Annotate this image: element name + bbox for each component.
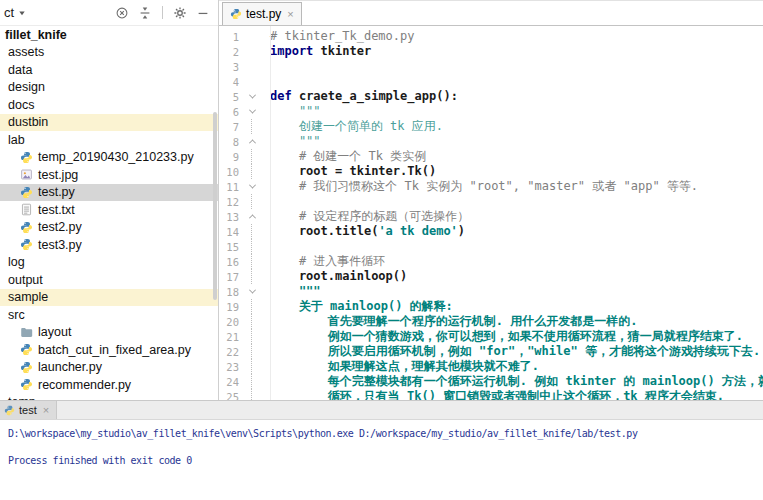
tree-item-temp[interactable]: temp	[0, 394, 218, 401]
code-text: 首先要理解一个程序的运行机制. 用什么开发都是一样的.	[259, 314, 637, 329]
line-number: 4	[219, 76, 245, 88]
tree-item-assets[interactable]: assets	[0, 44, 218, 62]
code-line-19: 19 关于 mainloop() 的解释:	[219, 299, 763, 314]
project-view-selector[interactable]: ct	[4, 5, 26, 20]
tree-item-label: test2.py	[38, 220, 82, 234]
line-number: 23	[219, 361, 245, 373]
tree-item-label: layout	[38, 325, 71, 339]
fold-column	[245, 329, 259, 344]
fold-down-icon[interactable]	[245, 284, 259, 299]
tree-item-design[interactable]: design	[0, 79, 218, 97]
tree-item-label: log	[8, 255, 25, 269]
code-line-1: 1# tkinter_Tk_demo.py	[219, 29, 763, 44]
tree-item-data[interactable]: data	[0, 61, 218, 79]
code-text: root = tkinter.Tk()	[259, 164, 436, 179]
code-text: 创建一个简单的 tk 应用.	[259, 119, 443, 134]
fold-up-icon[interactable]	[245, 134, 259, 149]
line-number: 15	[219, 241, 245, 253]
editor-tab-test-py[interactable]: test.py ×	[222, 2, 302, 25]
fold-down-icon[interactable]	[245, 89, 259, 104]
tree-item-log[interactable]: log	[0, 254, 218, 272]
tree-item-test2.py[interactable]: test2.py	[0, 219, 218, 237]
code-text: 关于 mainloop() 的解释:	[259, 299, 453, 314]
python-file-icon	[230, 8, 242, 20]
line-number: 25	[219, 391, 245, 401]
code-line-10: 10 root = tkinter.Tk()	[219, 164, 763, 179]
code-line-14: 14 root.title('a tk demo')	[219, 224, 763, 239]
tree-scrollbar[interactable]	[213, 112, 217, 300]
tree-item-docs[interactable]: docs	[0, 96, 218, 114]
code-line-16: 16 # 进入事件循环	[219, 254, 763, 269]
close-console-tab-icon[interactable]: ×	[43, 405, 49, 416]
project-toolbar	[113, 4, 212, 22]
fold-column	[245, 299, 259, 314]
line-number: 5	[219, 91, 245, 103]
code-line-23: 23 如果理解这点，理解其他模块就不难了.	[219, 359, 763, 374]
tree-item-label: test.py	[38, 185, 75, 199]
tree-item-test.py[interactable]: test.py	[0, 184, 218, 202]
fold-column	[245, 254, 259, 269]
tree-item-test.jpg[interactable]: test.jpg	[0, 166, 218, 184]
tree-item-dustbin[interactable]: dustbin	[0, 114, 218, 132]
tree-item-batch_cut_in_fixed_area.py[interactable]: batch_cut_in_fixed_area.py	[0, 341, 218, 359]
tree-item-lab[interactable]: lab	[0, 131, 218, 149]
code-line-12: 12	[219, 194, 763, 209]
tree-item-layout[interactable]: layout	[0, 324, 218, 342]
code-line-4: 4	[219, 74, 763, 89]
code-line-7: 7 创建一个简单的 tk 应用.	[219, 119, 763, 134]
tree-item-label: src	[8, 308, 25, 322]
console-line	[8, 441, 763, 455]
tree-item-sample[interactable]: sample	[0, 289, 218, 307]
python-file-icon	[20, 361, 33, 374]
folder-file-icon	[20, 326, 33, 339]
code-line-6: 6 """	[219, 104, 763, 119]
line-number: 24	[219, 376, 245, 388]
fold-up-icon[interactable]	[245, 209, 259, 224]
tree-item-label: test3.py	[38, 238, 82, 252]
close-tab-icon[interactable]: ×	[287, 9, 293, 20]
fold-column	[245, 389, 259, 400]
fold-column	[245, 119, 259, 134]
tree-item-recommender.py[interactable]: recommender.py	[0, 376, 218, 394]
code-line-20: 20 首先要理解一个程序的运行机制. 用什么开发都是一样的.	[219, 314, 763, 329]
code-line-22: 22 所以要启用循环机制，例如 "for"，"while" 等，才能将这个游戏持…	[219, 344, 763, 359]
project-view-label: ct	[4, 5, 14, 20]
hide-panel-icon[interactable]	[194, 4, 212, 22]
tree-item-label: batch_cut_in_fixed_area.py	[38, 343, 191, 357]
line-number: 7	[219, 121, 245, 133]
tree-item-test3.py[interactable]: test3.py	[0, 236, 218, 254]
tree-item-launcher.py[interactable]: launcher.py	[0, 359, 218, 377]
line-number: 22	[219, 346, 245, 358]
console-output[interactable]: D:\workspace\my_studio\av_fillet_knife\v…	[0, 420, 763, 468]
python-file-icon	[20, 343, 33, 356]
python-file-icon	[20, 151, 33, 164]
fold-column	[245, 44, 259, 59]
fold-down-icon[interactable]	[245, 179, 259, 194]
line-number: 9	[219, 151, 245, 163]
settings-gear-icon[interactable]	[171, 4, 189, 22]
line-number: 1	[219, 31, 245, 43]
locate-file-icon[interactable]	[113, 4, 131, 22]
tree-item-src[interactable]: src	[0, 306, 218, 324]
tree-item-label: assets	[8, 45, 44, 59]
line-number: 12	[219, 196, 245, 208]
project-tree: fillet_knifeassetsdatadesigndocsdustbinl…	[0, 26, 218, 400]
collapse-all-icon[interactable]	[136, 4, 154, 22]
code-editor[interactable]: 1# tkinter_Tk_demo.py2import tkinter345d…	[219, 26, 763, 400]
code-text: # 进入事件循环	[259, 254, 385, 269]
main-area: ct	[0, 0, 763, 400]
fold-down-icon[interactable]	[245, 104, 259, 119]
code-text: def craete_a_simple_app():	[259, 89, 458, 104]
console-tab-label: test	[19, 404, 37, 416]
code-text: root.title('a tk demo')	[259, 224, 465, 239]
project-panel: ct	[0, 0, 219, 400]
tree-item-test.txt[interactable]: test.txt	[0, 201, 218, 219]
line-number: 16	[219, 256, 245, 268]
console-tab-test[interactable]: test ×	[0, 401, 57, 419]
tree-item-output[interactable]: output	[0, 271, 218, 289]
line-number: 10	[219, 166, 245, 178]
tree-item-fillet_knife[interactable]: fillet_knife	[0, 26, 218, 44]
fold-column	[245, 344, 259, 359]
tree-item-temp_20190430_210233.py[interactable]: temp_20190430_210233.py	[0, 149, 218, 167]
code-text: # 创建一个 Tk 类实例	[259, 149, 426, 164]
